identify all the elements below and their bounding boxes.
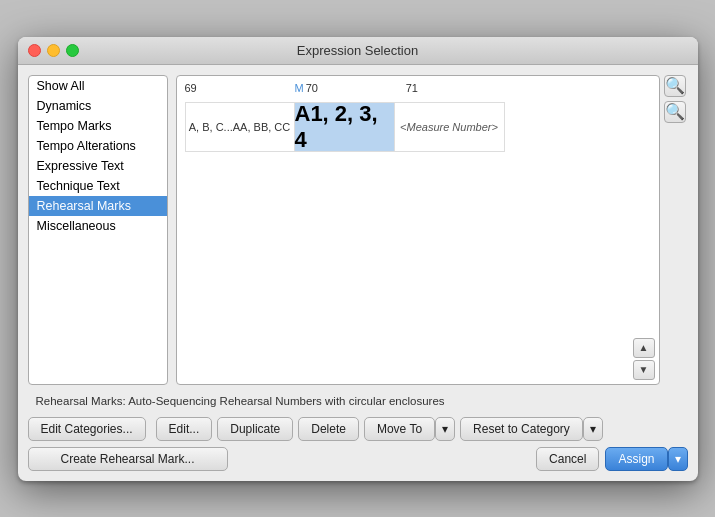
action-buttons-row: Edit Categories... Edit... Duplicate Del…: [28, 417, 688, 441]
close-button[interactable]: [28, 44, 41, 57]
delete-button[interactable]: Delete: [298, 417, 359, 441]
edit-row: Edit... Duplicate Delete Move To ▾ Reset…: [156, 417, 688, 441]
status-bar: Rehearsal Marks: Auto-Sequencing Rehears…: [28, 391, 688, 411]
duplicate-button[interactable]: Duplicate: [217, 417, 293, 441]
move-to-group: Move To ▾: [364, 417, 455, 441]
edit-categories-button[interactable]: Edit Categories...: [28, 417, 146, 441]
main-row: Show All Dynamics Tempo Marks Tempo Alte…: [28, 75, 688, 385]
scroll-controls: ▲ ▼: [633, 338, 655, 380]
reset-category-group: Reset to Category ▾: [460, 417, 603, 441]
traffic-lights: [28, 44, 79, 57]
assign-button[interactable]: Assign: [605, 447, 667, 471]
zoom-in-icon: 🔍: [665, 76, 685, 95]
measure-70-content: A1, 2, 3, 4: [295, 101, 394, 153]
zoom-out-icon: 🔍: [665, 102, 685, 121]
create-rehearsal-mark-button[interactable]: Create Rehearsal Mark...: [28, 447, 228, 471]
canvas-row: 69 M 70 71 A, B, C...AA, BB, CC: [176, 75, 688, 385]
edit-button[interactable]: Edit...: [156, 417, 213, 441]
reset-category-dropdown-button[interactable]: ▾: [583, 417, 603, 441]
sidebar-item-tempo-marks[interactable]: Tempo Marks: [29, 116, 167, 136]
assign-dropdown-icon: ▾: [675, 452, 681, 466]
measure-numbers-row: 69 M 70 71: [185, 82, 418, 94]
move-to-dropdown-icon: ▾: [442, 422, 448, 436]
reset-to-category-button[interactable]: Reset to Category: [460, 417, 583, 441]
reset-dropdown-icon: ▾: [590, 422, 596, 436]
sidebar-item-miscellaneous[interactable]: Miscellaneous: [29, 216, 167, 236]
maximize-button[interactable]: [66, 44, 79, 57]
scroll-up-button[interactable]: ▲: [633, 338, 655, 358]
assign-group: Assign ▾: [605, 447, 687, 471]
scroll-down-icon: ▼: [639, 364, 649, 375]
scroll-up-icon: ▲: [639, 342, 649, 353]
expression-panel: 69 M 70 71 A, B, C...AA, BB, CC: [176, 75, 688, 385]
scroll-down-button[interactable]: ▼: [633, 360, 655, 380]
status-text: Rehearsal Marks: Auto-Sequencing Rehears…: [36, 395, 445, 407]
minimize-button[interactable]: [47, 44, 60, 57]
cancel-button[interactable]: Cancel: [536, 447, 599, 471]
zoom-in-button[interactable]: 🔍: [664, 75, 686, 97]
move-to-dropdown-button[interactable]: ▾: [435, 417, 455, 441]
category-list: Show All Dynamics Tempo Marks Tempo Alte…: [28, 75, 168, 385]
final-action-row: Create Rehearsal Mark... Cancel Assign ▾: [28, 447, 688, 471]
sidebar-item-expressive-text[interactable]: Expressive Text: [29, 156, 167, 176]
expression-selection-window: Expression Selection Show All Dynamics T…: [18, 37, 698, 481]
measure-69-cell: A, B, C...AA, BB, CC: [185, 102, 295, 152]
expression-canvas: 69 M 70 71 A, B, C...AA, BB, CC: [176, 75, 660, 385]
measure-71-cell: <Measure Number>: [395, 102, 505, 152]
sidebar-item-show-all[interactable]: Show All: [29, 76, 167, 96]
zoom-controls: 🔍 🔍: [664, 75, 688, 385]
measure-cells: A, B, C...AA, BB, CC A1, 2, 3, 4 <Measur…: [185, 102, 505, 152]
measure-70-cell: A1, 2, 3, 4: [295, 102, 395, 152]
window-content: Show All Dynamics Tempo Marks Tempo Alte…: [18, 65, 698, 481]
titlebar: Expression Selection: [18, 37, 698, 65]
measure-71-number: 71: [406, 82, 418, 94]
m-letter: M: [295, 82, 304, 94]
measure-71-content: <Measure Number>: [400, 121, 498, 133]
sidebar-item-rehearsal-marks[interactable]: Rehearsal Marks: [29, 196, 167, 216]
zoom-out-button[interactable]: 🔍: [664, 101, 686, 123]
sidebar-item-dynamics[interactable]: Dynamics: [29, 96, 167, 116]
measure-69-content: A, B, C...AA, BB, CC: [189, 121, 290, 133]
sidebar-item-tempo-alterations[interactable]: Tempo Alterations: [29, 136, 167, 156]
move-to-button[interactable]: Move To: [364, 417, 435, 441]
assign-dropdown-button[interactable]: ▾: [668, 447, 688, 471]
sidebar-item-technique-text[interactable]: Technique Text: [29, 176, 167, 196]
measure-70-number: 70: [306, 82, 406, 94]
measure-69-number: 69: [185, 82, 295, 94]
measure-area: 69 M 70 71 A, B, C...AA, BB, CC: [177, 76, 659, 384]
window-title: Expression Selection: [297, 43, 418, 58]
